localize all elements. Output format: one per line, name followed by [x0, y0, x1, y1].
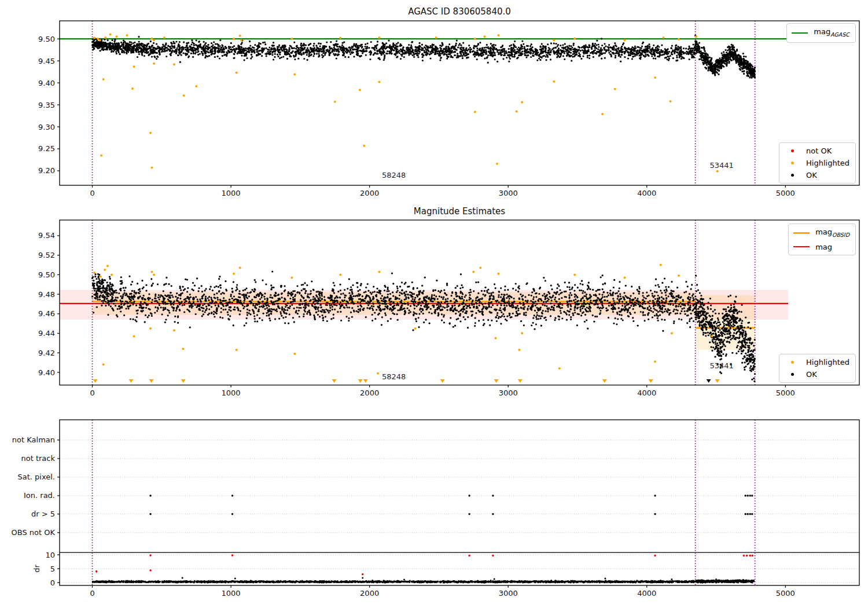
x-tick-label: 3000: [499, 389, 518, 397]
legend-item: Highlighted: [784, 158, 849, 168]
legend-marker-sample: [784, 373, 800, 376]
x-tick-label: 0: [90, 189, 94, 197]
plot-p1: 0100020003000400050009.509.459.409.359.3…: [38, 21, 859, 197]
y-tick-label: 9.40: [38, 79, 55, 87]
flag-row-label: OBS not OK: [12, 528, 56, 537]
flag-row-label: not track: [21, 454, 55, 463]
x-tick-label: 0: [90, 389, 94, 397]
y-tick-label: 9.35: [38, 101, 55, 109]
clipped-low-marker: [332, 379, 337, 383]
clipped-low-marker: [363, 379, 368, 383]
y-tick-label: 9.20: [38, 166, 55, 175]
legend-label: Highlighted: [806, 357, 849, 367]
ok-points: [91, 35, 756, 79]
x-tick-label: 1000: [222, 189, 241, 197]
plot2-title: Magnitude Estimates: [414, 206, 505, 217]
clipped-low-marker: [715, 379, 720, 383]
legend-marker-sample: [784, 162, 800, 164]
flag-points: [149, 495, 753, 515]
y-tick-label: 9.42: [38, 349, 55, 357]
obsid-label-58248-mid: 58248: [382, 372, 406, 380]
x-tick-label: 3000: [499, 189, 518, 197]
not-ok-points: [95, 554, 753, 575]
y-tick-label: 9.25: [38, 144, 55, 153]
clipped-low-marker: [358, 379, 363, 383]
x-tick-label: 5000: [776, 389, 795, 397]
clipped-low-marker: [440, 379, 445, 383]
y-tick-label: 9.40: [38, 368, 55, 377]
clipped-low-marker: [518, 379, 523, 383]
x-tick-label: 3000: [499, 589, 518, 598]
y-tick-label: 9.48: [38, 290, 55, 299]
x-tick-label: 4000: [637, 589, 656, 598]
x-tick-label: 4000: [637, 389, 656, 397]
legend-label: OK: [806, 170, 817, 180]
x-tick-label: 1000: [222, 389, 241, 397]
plot-p2: 0100020003000400050009.549.529.509.489.4…: [38, 220, 859, 397]
legend-line-sample: [793, 232, 810, 234]
clipped-low-marker: [129, 379, 134, 383]
flag-row-label: dr > 5: [31, 510, 55, 518]
legend-mag-lines: magOBSIDmag: [788, 224, 856, 255]
legend-item: not OK: [784, 146, 849, 156]
y-tick-label: 9.46: [38, 309, 55, 318]
legend-marker-sample: [784, 149, 800, 152]
legend-marker-sample: [784, 174, 800, 177]
x-tick-label: 4000: [637, 189, 656, 197]
clipped-low-marker: [149, 379, 154, 383]
legend-item: Highlighted: [784, 357, 849, 367]
ok-points: [91, 270, 756, 382]
legend-label: Highlighted: [806, 158, 849, 168]
legend-label: mag: [815, 242, 832, 252]
clipped-low-marker: [494, 379, 499, 383]
obsid-label-53441-mid: 53441: [709, 361, 733, 370]
legend-mag-agasc: magAGASC: [786, 23, 856, 43]
clipped-low-marker: [181, 379, 186, 383]
y-tick-label: 9.54: [38, 231, 55, 240]
y-tick-label: 9.44: [38, 329, 55, 338]
legend-line-sample: [792, 32, 808, 34]
plot1-title: AGASC ID 830605840.0: [408, 6, 511, 17]
x-tick-label: 0: [90, 589, 94, 598]
legend-label: magAGASC: [814, 27, 849, 39]
legend-marker-sample: [784, 361, 800, 364]
legend-label: not OK: [806, 146, 832, 156]
x-tick-label: 2000: [360, 189, 379, 197]
x-tick-label: 5000: [776, 589, 795, 598]
dr-tick-label: 5: [50, 565, 55, 573]
dr-axis-label: dr: [32, 565, 41, 573]
y-tick-label: 9.50: [38, 35, 55, 43]
legend-label: OK: [806, 369, 817, 379]
plot-p3: 010002000300040005000not Kalmannot track…: [12, 420, 860, 598]
clipped-low-marker: [93, 379, 98, 383]
flag-row-label: not Kalman: [12, 435, 55, 444]
clipped-low-marker: [649, 379, 653, 383]
x-tick-label: 5000: [776, 189, 795, 197]
obsid-label-53441-top: 53441: [709, 161, 733, 170]
legend-point-classes-mid: HighlightedOK: [779, 354, 856, 383]
clipped-low-marker-ok: [707, 379, 711, 383]
dr-points: [92, 577, 755, 584]
clipped-low-marker: [602, 379, 607, 383]
legend-item: magOBSID: [793, 227, 849, 240]
dr-tick-label: 10: [45, 551, 55, 559]
y-tick-label: 9.45: [38, 57, 55, 65]
legend-item: OK: [784, 170, 849, 180]
legend-item: OK: [784, 369, 849, 379]
y-tick-label: 9.52: [38, 251, 55, 259]
obsid-label-58248-top: 58248: [382, 170, 406, 179]
legend-line-sample: [793, 246, 810, 247]
axes-frame: [60, 420, 859, 585]
x-tick-label: 1000: [222, 589, 241, 598]
x-tick-label: 2000: [360, 389, 379, 397]
dr-tick-label: 0: [50, 578, 55, 587]
legend-item: magAGASC: [792, 27, 849, 39]
flag-row-label: Ion. rad.: [24, 491, 55, 500]
y-tick-label: 9.30: [38, 123, 55, 131]
y-tick-label: 9.50: [38, 270, 55, 279]
legend-point-classes-top: not OKHighlightedOK: [779, 142, 856, 184]
chart-svg: 0100020003000400050009.509.459.409.359.3…: [0, 0, 868, 608]
flag-row-label: Sat. pixel.: [18, 473, 55, 481]
legend-item: mag: [793, 242, 849, 252]
legend-label: magOBSID: [815, 227, 849, 240]
